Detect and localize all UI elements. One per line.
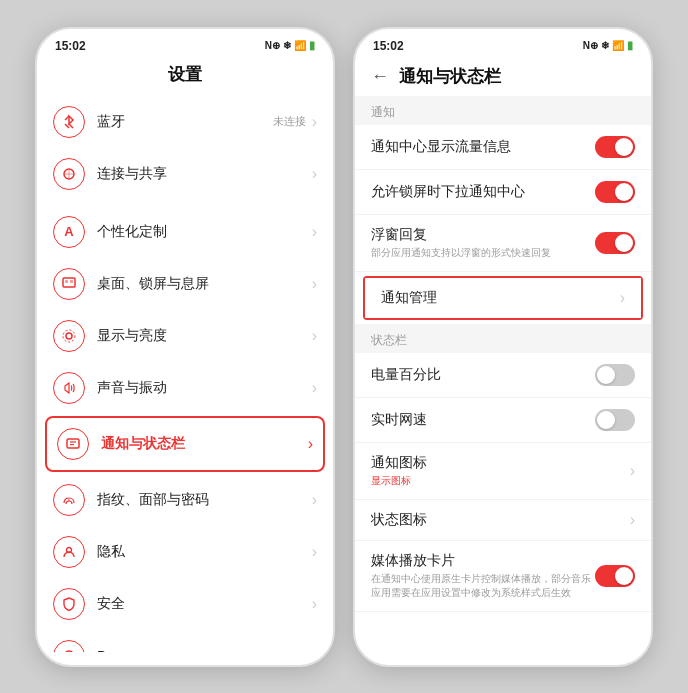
right-item-lockscreen-pull[interactable]: 允许锁屏时下拉通知中心: [355, 170, 651, 215]
lockscreen-pull-label: 允许锁屏时下拉通知中心: [371, 183, 595, 201]
right-time: 15:02: [373, 39, 404, 53]
svg-point-12: [64, 651, 74, 652]
media-card-toggle[interactable]: [595, 565, 635, 587]
realtime-speed-content: 实时网速: [371, 411, 595, 429]
settings-item-notification[interactable]: 通知与状态栏 ›: [45, 416, 325, 472]
settings-item-breeno[interactable]: Breeno ›: [37, 630, 333, 652]
left-page-title: 设置: [37, 57, 333, 96]
display-arrow: ›: [312, 327, 317, 345]
security-arrow: ›: [312, 595, 317, 613]
settings-item-connection[interactable]: 连接与共享 ›: [37, 148, 333, 200]
desktop-item-icon: [53, 268, 85, 300]
right-bluetooth-icon: ❄: [601, 40, 609, 51]
show-flow-content: 通知中心显示流量信息: [371, 138, 595, 156]
right-item-media-card[interactable]: 媒体播放卡片 在通知中心使用原生卡片控制媒体播放，部分音乐应用需要在应用设置中修…: [355, 541, 651, 612]
settings-item-privacy[interactable]: 隐私 ›: [37, 526, 333, 578]
left-status-bar: 15:02 N⊕ ❄ 📶 ▮: [37, 29, 333, 57]
personalize-item-icon: A: [53, 216, 85, 248]
right-item-show-flow[interactable]: 通知中心显示流量信息: [355, 125, 651, 170]
lockscreen-pull-toggle[interactable]: [595, 181, 635, 203]
notification-icon-arrow: ›: [630, 462, 635, 480]
breeno-arrow: ›: [312, 647, 317, 652]
float-reply-label: 浮窗回复: [371, 226, 595, 244]
bluetooth-arrow: ›: [312, 113, 317, 131]
battery-icon: ▮: [309, 39, 315, 52]
show-flow-toggle[interactable]: [595, 136, 635, 158]
float-reply-sub: 部分应用通知支持以浮窗的形式快速回复: [371, 246, 595, 260]
sound-arrow: ›: [312, 379, 317, 397]
svg-rect-7: [67, 439, 79, 448]
notification-label: 通知与状态栏: [101, 435, 308, 453]
media-card-content: 媒体播放卡片 在通知中心使用原生卡片控制媒体播放，部分音乐应用需要在应用设置中修…: [371, 552, 595, 600]
notification-manage-arrow: ›: [620, 289, 625, 307]
status-icon-arrow: ›: [630, 511, 635, 529]
battery-percent-content: 电量百分比: [371, 366, 595, 384]
right-item-realtime-speed[interactable]: 实时网速: [355, 398, 651, 443]
right-item-notification-icon[interactable]: 通知图标 显示图标 ›: [355, 443, 651, 500]
back-button[interactable]: ←: [371, 66, 389, 87]
right-network-icon: N⊕: [583, 40, 598, 51]
left-settings-list: 蓝牙 未连接 › 连接与共享 › A 个性化定制 ›: [37, 96, 333, 652]
desktop-label: 桌面、锁屏与息屏: [97, 275, 312, 293]
right-item-notification-manage[interactable]: 通知管理 ›: [365, 278, 641, 318]
settings-item-bluetooth[interactable]: 蓝牙 未连接 ›: [37, 96, 333, 148]
realtime-speed-label: 实时网速: [371, 411, 595, 429]
network-icon: N⊕: [265, 40, 280, 51]
notification-item-icon: [57, 428, 89, 460]
left-status-icons: N⊕ ❄ 📶 ▮: [265, 39, 315, 52]
settings-item-display[interactable]: 显示与亮度 ›: [37, 310, 333, 362]
connection-item-icon: [53, 158, 85, 190]
sound-label: 声音与振动: [97, 379, 312, 397]
svg-marker-6: [65, 383, 69, 393]
left-time: 15:02: [55, 39, 86, 53]
float-reply-content: 浮窗回复 部分应用通知支持以浮窗的形式快速回复: [371, 226, 595, 260]
privacy-arrow: ›: [312, 543, 317, 561]
svg-rect-1: [63, 278, 75, 287]
right-status-bar: 15:02 N⊕ ❄ 📶 ▮: [355, 29, 651, 57]
media-card-sub: 在通知中心使用原生卡片控制媒体播放，部分音乐应用需要在应用设置中修改为系统样式后…: [371, 572, 595, 600]
bluetooth-item-icon: [53, 106, 85, 138]
left-phone: 15:02 N⊕ ❄ 📶 ▮ 设置 蓝牙 未连接 ›: [35, 27, 335, 667]
battery-percent-toggle[interactable]: [595, 364, 635, 386]
settings-item-personalize[interactable]: A 个性化定制 ›: [37, 206, 333, 258]
bluetooth-status: 未连接: [273, 114, 306, 129]
status-icon-label: 状态图标: [371, 511, 624, 529]
fingerprint-arrow: ›: [312, 491, 317, 509]
battery-percent-label: 电量百分比: [371, 366, 595, 384]
breeno-item-icon: [53, 640, 85, 652]
security-item-icon: [53, 588, 85, 620]
right-item-status-icon[interactable]: 状态图标 ›: [355, 500, 651, 541]
settings-item-security[interactable]: 安全 ›: [37, 578, 333, 630]
svg-point-5: [63, 330, 75, 342]
media-card-label: 媒体播放卡片: [371, 552, 595, 570]
right-phone: 15:02 N⊕ ❄ 📶 ▮ ← 通知与状态栏 通知 通知中心显示流量信息 允许…: [353, 27, 653, 667]
right-item-float-reply[interactable]: 浮窗回复 部分应用通知支持以浮窗的形式快速回复: [355, 215, 651, 272]
desktop-arrow: ›: [312, 275, 317, 293]
bluetooth-icon: ❄: [283, 40, 291, 51]
show-flow-label: 通知中心显示流量信息: [371, 138, 595, 156]
privacy-label: 隐私: [97, 543, 312, 561]
svg-point-10: [68, 499, 70, 501]
svg-rect-3: [70, 280, 73, 283]
float-reply-toggle[interactable]: [595, 232, 635, 254]
right-page-title: 通知与状态栏: [399, 65, 501, 88]
notification-manage-content: 通知管理: [381, 289, 614, 307]
notification-manage-label: 通知管理: [381, 289, 614, 307]
right-wifi-icon: 📶: [612, 40, 624, 51]
personalize-arrow: ›: [312, 223, 317, 241]
settings-item-fingerprint[interactable]: 指纹、面部与密码 ›: [37, 474, 333, 526]
bluetooth-label: 蓝牙: [97, 113, 273, 131]
fingerprint-item-icon: [53, 484, 85, 516]
settings-item-sound[interactable]: 声音与振动 ›: [37, 362, 333, 414]
settings-item-desktop[interactable]: 桌面、锁屏与息屏 ›: [37, 258, 333, 310]
right-item-battery-percent[interactable]: 电量百分比: [355, 353, 651, 398]
svg-point-4: [66, 333, 72, 339]
connection-label: 连接与共享: [97, 165, 312, 183]
svg-rect-2: [65, 280, 68, 283]
security-label: 安全: [97, 595, 312, 613]
notification-icon-sub: 显示图标: [371, 474, 624, 488]
breeno-label: Breeno: [97, 648, 312, 652]
realtime-speed-toggle[interactable]: [595, 409, 635, 431]
display-label: 显示与亮度: [97, 327, 312, 345]
status-icon-content: 状态图标: [371, 511, 624, 529]
